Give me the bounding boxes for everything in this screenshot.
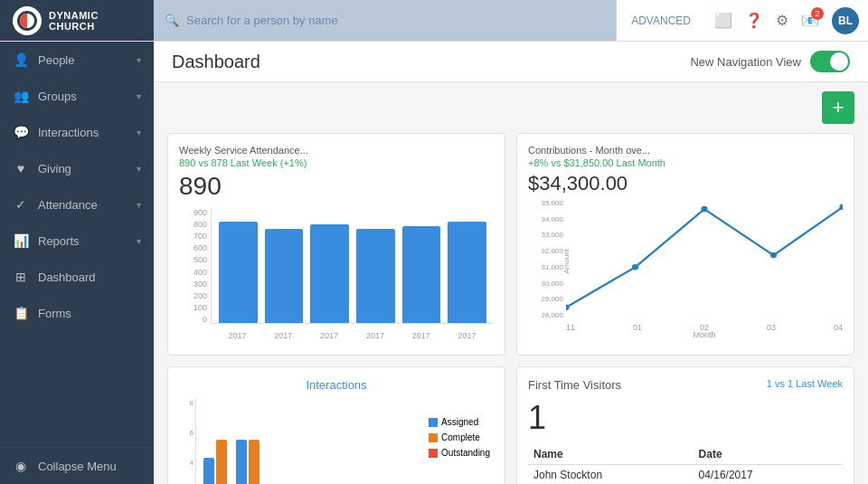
nav-view-label: New Navigation View: [690, 55, 801, 69]
chevron-people: ▾: [137, 55, 141, 65]
bar-1: [219, 222, 258, 323]
help-icon[interactable]: ❓: [745, 12, 763, 29]
legend-outstanding: Outstanding: [429, 448, 490, 458]
legend-assigned-color: [429, 418, 438, 427]
sidebar-item-giving[interactable]: ♥ Giving ▾: [0, 150, 154, 186]
chevron-groups: ▾: [137, 91, 141, 101]
sidebar-label-giving: Giving: [38, 162, 71, 176]
chevron-reports: ▾: [137, 236, 141, 246]
logo-icon: [13, 6, 42, 35]
attendance-y-axis: 9008007006005004003002001000: [179, 208, 211, 324]
contributions-card-subtitle: +8% vs $31,850.00 Last Month: [528, 157, 843, 168]
people-icon: 👤: [13, 52, 29, 67]
contributions-card-title: Contributions - Month ove...: [528, 145, 843, 156]
col-date: Date: [693, 444, 828, 465]
legend-assigned-label: Assigned: [441, 417, 478, 427]
sidebar-label-forms: Forms: [38, 307, 71, 320]
col-scroll: [828, 444, 843, 465]
attendance-x-labels: 2017 2017 2017 2017 2017 2017: [211, 331, 494, 340]
dashboard-icon: ⊞: [13, 270, 29, 284]
notifications-icon[interactable]: 📧 2: [801, 12, 819, 29]
interactions-legend: Assigned Complete Outstanding: [421, 399, 494, 484]
sidebar-item-dashboard[interactable]: ⊞ Dashboard: [0, 259, 154, 295]
nav-view-switch[interactable]: [810, 51, 850, 72]
sidebar-item-attendance[interactable]: ✓ Attendance ▾: [0, 186, 154, 223]
sidebar-bottom: ◉ Collapse Menu: [0, 447, 154, 484]
contributions-card-value: $34,300.00: [528, 172, 843, 195]
visitors-card: First Time Visitors 1 vs 1 Last Week 1 N…: [516, 366, 854, 484]
svg-point-1: [632, 264, 638, 270]
bar-2: [265, 229, 304, 323]
bar-15-assigned: [236, 440, 247, 484]
visitors-subtitle: 1 vs 1 Last Week: [767, 378, 843, 389]
page-title: Dashboard: [172, 52, 260, 72]
search-input[interactable]: [186, 14, 605, 27]
attendance-bars: [211, 208, 494, 324]
attendance-card: Weekly Service Attendance... 890 vs 878 …: [167, 133, 505, 356]
legend-complete: Complete: [429, 432, 490, 442]
visitors-title: First Time Visitors: [528, 378, 621, 392]
chevron-giving: ▾: [137, 164, 141, 174]
sidebar-item-groups[interactable]: 👥 Groups ▾: [0, 78, 154, 114]
attendance-icon: ✓: [13, 197, 29, 212]
bar-15-complete: [249, 440, 259, 484]
collapse-menu-button[interactable]: ◉ Collapse Menu: [0, 448, 154, 484]
interactions-card-title: Interactions: [179, 378, 494, 392]
interactions-y-axis: 86420: [179, 399, 195, 484]
visitor-name-1: John Stockton: [528, 465, 693, 485]
sidebar-label-attendance: Attendance: [38, 198, 98, 212]
sidebar-label-reports: Reports: [38, 234, 80, 248]
bar-14-assigned: [203, 458, 214, 484]
sidebar-label-people: People: [38, 53, 74, 67]
window-icon[interactable]: ⬜: [714, 12, 732, 29]
main-body: + Weekly Service Attendance... 890 vs 87…: [154, 82, 868, 484]
table-row: John Stockton 04/16/2017: [528, 465, 843, 485]
sidebar-label-dashboard: Dashboard: [38, 270, 96, 284]
forms-icon: 📋: [13, 306, 29, 320]
svg-point-2: [701, 206, 707, 213]
logo: DYNAMIC CHURCH: [0, 0, 154, 41]
add-btn-row: +: [167, 91, 854, 124]
sidebar-label-interactions: Interactions: [38, 126, 99, 139]
attendance-card-subtitle: 890 vs 878 Last Week (+1%): [179, 157, 494, 168]
chevron-attendance: ▾: [137, 200, 141, 210]
sidebar-label-groups: Groups: [38, 90, 77, 103]
add-widget-button[interactable]: +: [822, 91, 854, 124]
attendance-card-value: 890: [179, 172, 494, 201]
sidebar-item-reports[interactable]: 📊 Reports ▾: [0, 223, 154, 259]
group-14: [203, 440, 227, 484]
settings-icon[interactable]: ⚙: [776, 12, 788, 29]
visitor-date-1: 04/16/2017: [693, 465, 828, 485]
visitors-table: Name Date John Stockton 04/16/2017: [528, 444, 843, 484]
topbar: DYNAMIC CHURCH 🔍 ADVANCED ⬜ ❓ ⚙ 📧 2 BL: [0, 0, 868, 42]
logo-text: DYNAMIC CHURCH: [49, 10, 141, 32]
collapse-label: Collapse Menu: [38, 460, 117, 473]
main-header: Dashboard New Navigation View: [154, 42, 868, 82]
col-name: Name: [528, 444, 693, 465]
contributions-x-axis-label: Month: [566, 330, 843, 339]
legend-outstanding-label: Outstanding: [441, 448, 490, 458]
search-icon: 🔍: [165, 14, 179, 27]
nav-view-toggle: New Navigation View: [690, 51, 850, 72]
sidebar-item-people[interactable]: 👤 People ▾: [0, 42, 154, 78]
interactions-card: Interactions 86420: [167, 366, 505, 484]
bar-4: [356, 229, 395, 323]
group-15: [236, 440, 259, 484]
avatar[interactable]: BL: [832, 7, 859, 34]
sidebar: 👤 People ▾ 👥 Groups ▾ 💬 Interactions ▾ ♥…: [0, 42, 154, 484]
sidebar-item-forms[interactable]: 📋 Forms: [0, 295, 154, 331]
contributions-y-axis: 35,00034,00033,00032,00031,00030,00029,0…: [528, 199, 566, 319]
giving-icon: ♥: [13, 161, 29, 176]
app-body: 👤 People ▾ 👥 Groups ▾ 💬 Interactions ▾ ♥…: [0, 42, 868, 484]
contributions-line-chart: [566, 199, 843, 319]
collapse-icon: ◉: [13, 459, 29, 473]
interactions-bars-area: [195, 399, 421, 484]
advanced-button[interactable]: ADVANCED: [616, 0, 705, 41]
legend-complete-color: [429, 433, 438, 442]
bar-14-complete: [216, 440, 227, 484]
visitors-header: First Time Visitors 1 vs 1 Last Week: [528, 378, 843, 392]
search-bar[interactable]: 🔍: [154, 0, 616, 41]
sidebar-item-interactions[interactable]: 💬 Interactions ▾: [0, 114, 154, 150]
dashboard-grid: Weekly Service Attendance... 890 vs 878 …: [167, 133, 854, 484]
attendance-card-title: Weekly Service Attendance...: [179, 145, 494, 156]
